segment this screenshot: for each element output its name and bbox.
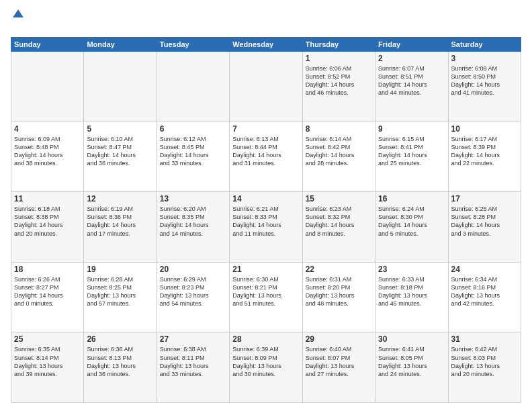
- calendar-table: SundayMondayTuesdayWednesdayThursdayFrid…: [11, 37, 521, 403]
- calendar-cell: 8Sunrise: 6:14 AMSunset: 8:42 PMDaylight…: [302, 122, 375, 192]
- cell-content: Sunrise: 6:35 AMSunset: 8:14 PMDaylight:…: [14, 345, 81, 378]
- cell-content: Sunrise: 6:34 AMSunset: 8:16 PMDaylight:…: [451, 275, 518, 308]
- cell-content: Sunrise: 6:08 AMSunset: 8:50 PMDaylight:…: [451, 64, 518, 97]
- calendar-cell: 18Sunrise: 6:26 AMSunset: 8:27 PMDayligh…: [11, 262, 84, 332]
- calendar-header-sunday: Sunday: [11, 38, 84, 52]
- day-number: 27: [160, 334, 226, 344]
- cell-content: Sunrise: 6:30 AMSunset: 8:21 PMDaylight:…: [232, 275, 299, 308]
- cell-content: Sunrise: 6:39 AMSunset: 8:09 PMDaylight:…: [232, 345, 299, 378]
- calendar-header-thursday: Thursday: [302, 38, 375, 52]
- cell-content: Sunrise: 6:40 AMSunset: 8:07 PMDaylight:…: [306, 345, 372, 378]
- calendar-week-row: 4Sunrise: 6:09 AMSunset: 8:48 PMDaylight…: [11, 122, 521, 192]
- cell-content: Sunrise: 6:33 AMSunset: 8:18 PMDaylight:…: [378, 275, 445, 308]
- calendar-cell: 14Sunrise: 6:21 AMSunset: 8:33 PMDayligh…: [230, 192, 302, 263]
- calendar-cell: 10Sunrise: 6:17 AMSunset: 8:39 PMDayligh…: [448, 122, 521, 192]
- day-number: 31: [451, 334, 518, 344]
- cell-content: Sunrise: 6:38 AMSunset: 8:11 PMDaylight:…: [160, 345, 226, 378]
- calendar-week-row: 1Sunrise: 6:06 AMSunset: 8:52 PMDaylight…: [11, 52, 521, 122]
- calendar-cell: 16Sunrise: 6:24 AMSunset: 8:30 PMDayligh…: [375, 192, 448, 263]
- calendar-cell: 31Sunrise: 6:42 AMSunset: 8:03 PMDayligh…: [448, 332, 521, 403]
- day-number: 25: [14, 334, 81, 344]
- cell-content: Sunrise: 6:19 AMSunset: 8:36 PMDaylight:…: [87, 205, 153, 238]
- calendar-header-wednesday: Wednesday: [230, 38, 302, 52]
- calendar-cell: 6Sunrise: 6:12 AMSunset: 8:45 PMDaylight…: [157, 122, 229, 192]
- day-number: 19: [87, 265, 153, 274]
- logo-icon: [11, 8, 24, 17]
- calendar-cell: 30Sunrise: 6:41 AMSunset: 8:05 PMDayligh…: [375, 332, 448, 403]
- day-number: 23: [378, 265, 445, 274]
- calendar-cell: [11, 52, 84, 122]
- day-number: 24: [451, 265, 518, 274]
- day-number: 9: [378, 124, 445, 134]
- calendar-cell: 13Sunrise: 6:20 AMSunset: 8:35 PMDayligh…: [157, 192, 229, 263]
- calendar-cell: 15Sunrise: 6:23 AMSunset: 8:32 PMDayligh…: [302, 192, 375, 263]
- calendar-cell: [230, 52, 302, 122]
- day-number: 8: [306, 124, 372, 134]
- day-number: 18: [14, 265, 81, 274]
- day-number: 11: [14, 194, 81, 203]
- cell-content: Sunrise: 6:36 AMSunset: 8:13 PMDaylight:…: [87, 345, 153, 378]
- day-number: 17: [451, 194, 518, 203]
- calendar-cell: 12Sunrise: 6:19 AMSunset: 8:36 PMDayligh…: [84, 192, 157, 263]
- calendar-cell: 19Sunrise: 6:28 AMSunset: 8:25 PMDayligh…: [84, 262, 157, 332]
- cell-content: Sunrise: 6:14 AMSunset: 8:42 PMDaylight:…: [306, 135, 372, 168]
- calendar-cell: 5Sunrise: 6:10 AMSunset: 8:47 PMDaylight…: [84, 122, 157, 192]
- calendar-cell: 11Sunrise: 6:18 AMSunset: 8:38 PMDayligh…: [11, 192, 84, 263]
- calendar-week-row: 18Sunrise: 6:26 AMSunset: 8:27 PMDayligh…: [11, 262, 521, 332]
- day-number: 14: [232, 194, 299, 203]
- calendar-cell: 28Sunrise: 6:39 AMSunset: 8:09 PMDayligh…: [230, 332, 302, 403]
- page: SundayMondayTuesdayWednesdayThursdayFrid…: [0, 0, 532, 411]
- calendar-cell: 21Sunrise: 6:30 AMSunset: 8:21 PMDayligh…: [230, 262, 302, 332]
- cell-content: Sunrise: 6:15 AMSunset: 8:41 PMDaylight:…: [378, 135, 445, 168]
- cell-content: Sunrise: 6:06 AMSunset: 8:52 PMDaylight:…: [306, 64, 372, 97]
- cell-content: Sunrise: 6:18 AMSunset: 8:38 PMDaylight:…: [14, 205, 81, 238]
- day-number: 28: [232, 334, 299, 344]
- day-number: 2: [378, 54, 445, 63]
- day-number: 16: [378, 194, 445, 203]
- calendar-cell: 17Sunrise: 6:25 AMSunset: 8:28 PMDayligh…: [448, 192, 521, 263]
- cell-content: Sunrise: 6:31 AMSunset: 8:20 PMDaylight:…: [306, 275, 372, 308]
- cell-content: Sunrise: 6:13 AMSunset: 8:44 PMDaylight:…: [232, 135, 299, 168]
- day-number: 21: [232, 265, 299, 274]
- day-number: 22: [306, 265, 372, 274]
- cell-content: Sunrise: 6:25 AMSunset: 8:28 PMDaylight:…: [451, 205, 518, 238]
- day-number: 30: [378, 334, 445, 344]
- cell-content: Sunrise: 6:42 AMSunset: 8:03 PMDaylight:…: [451, 345, 518, 378]
- cell-content: Sunrise: 6:17 AMSunset: 8:39 PMDaylight:…: [451, 135, 518, 168]
- calendar-cell: 1Sunrise: 6:06 AMSunset: 8:52 PMDaylight…: [302, 52, 375, 122]
- logo: [11, 8, 24, 32]
- calendar-cell: 3Sunrise: 6:08 AMSunset: 8:50 PMDaylight…: [448, 52, 521, 122]
- cell-content: Sunrise: 6:10 AMSunset: 8:47 PMDaylight:…: [87, 135, 153, 168]
- calendar-cell: 25Sunrise: 6:35 AMSunset: 8:14 PMDayligh…: [11, 332, 84, 403]
- day-number: 6: [160, 124, 226, 134]
- day-number: 12: [87, 194, 153, 203]
- calendar-cell: 22Sunrise: 6:31 AMSunset: 8:20 PMDayligh…: [302, 262, 375, 332]
- day-number: 4: [14, 124, 81, 134]
- cell-content: Sunrise: 6:26 AMSunset: 8:27 PMDaylight:…: [14, 275, 81, 308]
- calendar-cell: 24Sunrise: 6:34 AMSunset: 8:16 PMDayligh…: [448, 262, 521, 332]
- calendar-cell: 4Sunrise: 6:09 AMSunset: 8:48 PMDaylight…: [11, 122, 84, 192]
- cell-content: Sunrise: 6:21 AMSunset: 8:33 PMDaylight:…: [232, 205, 299, 238]
- calendar-cell: 29Sunrise: 6:40 AMSunset: 8:07 PMDayligh…: [302, 332, 375, 403]
- day-number: 13: [160, 194, 226, 203]
- day-number: 15: [306, 194, 372, 203]
- day-number: 20: [160, 265, 226, 274]
- cell-content: Sunrise: 6:29 AMSunset: 8:23 PMDaylight:…: [160, 275, 226, 308]
- header: [11, 8, 521, 32]
- calendar-week-row: 11Sunrise: 6:18 AMSunset: 8:38 PMDayligh…: [11, 192, 521, 263]
- calendar-cell: [84, 52, 157, 122]
- calendar-header-row: SundayMondayTuesdayWednesdayThursdayFrid…: [11, 38, 521, 52]
- cell-content: Sunrise: 6:07 AMSunset: 8:51 PMDaylight:…: [378, 64, 445, 97]
- calendar-cell: 7Sunrise: 6:13 AMSunset: 8:44 PMDaylight…: [230, 122, 302, 192]
- calendar-week-row: 25Sunrise: 6:35 AMSunset: 8:14 PMDayligh…: [11, 332, 521, 403]
- cell-content: Sunrise: 6:12 AMSunset: 8:45 PMDaylight:…: [160, 135, 226, 168]
- calendar-cell: 20Sunrise: 6:29 AMSunset: 8:23 PMDayligh…: [157, 262, 229, 332]
- calendar-cell: 26Sunrise: 6:36 AMSunset: 8:13 PMDayligh…: [84, 332, 157, 403]
- cell-content: Sunrise: 6:28 AMSunset: 8:25 PMDaylight:…: [87, 275, 153, 308]
- svg-marker-0: [13, 9, 24, 17]
- cell-content: Sunrise: 6:20 AMSunset: 8:35 PMDaylight:…: [160, 205, 226, 238]
- calendar-header-monday: Monday: [84, 38, 157, 52]
- calendar-header-tuesday: Tuesday: [157, 38, 229, 52]
- calendar-header-saturday: Saturday: [448, 38, 521, 52]
- calendar-cell: 2Sunrise: 6:07 AMSunset: 8:51 PMDaylight…: [375, 52, 448, 122]
